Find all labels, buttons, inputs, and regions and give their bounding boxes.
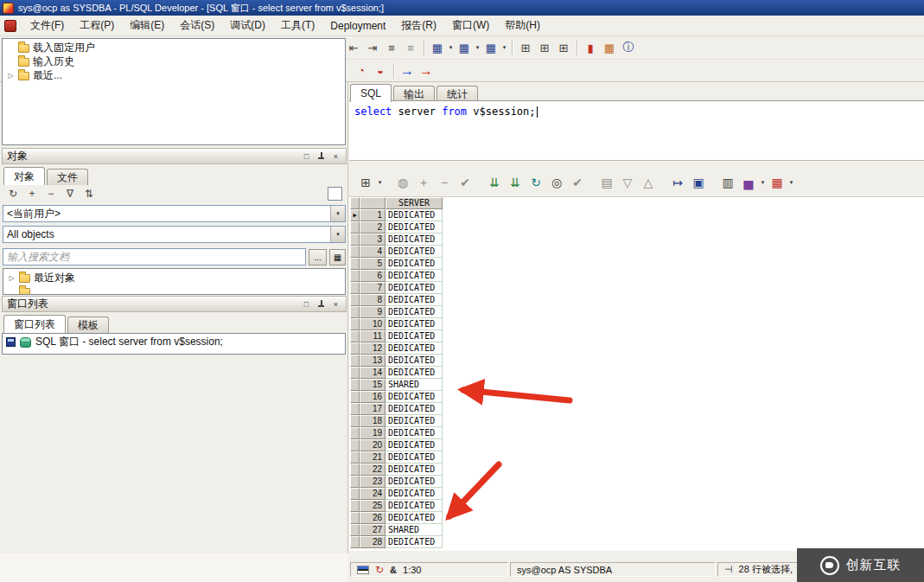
object-search-input[interactable] — [3, 248, 306, 265]
row-number[interactable]: 16 — [360, 391, 386, 403]
single-record-view-icon[interactable]: ↦ — [667, 172, 688, 192]
row-number[interactable]: 14 — [360, 367, 386, 379]
menu-item[interactable]: 编辑(E) — [122, 16, 172, 35]
menu-item[interactable]: 工程(P) — [72, 16, 122, 35]
expander-icon[interactable]: ▷ — [7, 72, 15, 80]
break-execution-icon[interactable]: → — [417, 61, 436, 80]
sort-ascending-icon[interactable]: △ — [638, 172, 659, 192]
row-number[interactable]: 18 — [360, 415, 386, 427]
menu-item[interactable]: 帮助(H) — [497, 16, 548, 35]
panel-pin-button[interactable] — [315, 150, 327, 162]
tree-item[interactable] — [3, 285, 345, 295]
results-chart-caret[interactable]: ▾ — [759, 173, 767, 191]
combo-dropdown-button[interactable]: ▾ — [330, 227, 345, 242]
server-cell[interactable]: DEDICATED — [386, 270, 443, 282]
row-number[interactable]: 19 — [360, 427, 386, 439]
sql-window-mdi-icon[interactable] — [4, 20, 16, 32]
server-cell[interactable]: DEDICATED — [386, 342, 443, 355]
results-chart-icon[interactable]: ▅ — [738, 172, 759, 192]
menu-item[interactable]: 窗口(W) — [444, 16, 497, 35]
server-cell[interactable]: DEDICATED — [386, 439, 443, 451]
objects-sort-icon[interactable]: ⇅ — [81, 187, 97, 201]
table-edit-icon[interactable]: ⊞ — [535, 39, 554, 57]
server-cell[interactable]: DEDICATED — [386, 282, 443, 294]
row-number[interactable]: 27 — [360, 524, 386, 536]
results-save-icon[interactable]: ▣ — [688, 172, 709, 192]
server-cell[interactable]: DEDICATED — [386, 488, 443, 500]
server-cell[interactable]: DEDICATED — [386, 258, 443, 270]
row-number[interactable]: 9 — [360, 306, 386, 318]
results-find-icon[interactable]: ◎ — [546, 172, 567, 192]
row-number[interactable]: 20 — [360, 439, 386, 451]
objects-refresh-icon[interactable]: ↻ — [5, 187, 21, 201]
new-window-icon[interactable]: ▦ — [428, 39, 447, 57]
grid-column-header[interactable]: SERVER — [386, 197, 443, 209]
panel-close-button[interactable]: × — [330, 150, 341, 162]
row-number[interactable]: 11 — [360, 330, 386, 342]
objects-filter-icon[interactable]: ∇ — [62, 187, 78, 201]
row-number[interactable]: 10 — [360, 318, 386, 330]
row-number[interactable]: 1 — [360, 209, 386, 221]
results-refresh-icon[interactable]: ↻ — [526, 172, 546, 192]
menu-item[interactable]: 文件(F) — [22, 16, 72, 35]
panel-maximize-button[interactable]: □ — [301, 150, 312, 162]
new-window-caret[interactable]: ▾ — [447, 39, 455, 57]
window-list-tab[interactable]: 窗口列表 — [3, 315, 66, 333]
menu-item[interactable]: 会话(S) — [172, 16, 222, 35]
row-number[interactable]: 4 — [360, 246, 386, 258]
server-cell[interactable]: DEDICATED — [386, 294, 443, 306]
window-arrange-icon[interactable]: ▦ — [481, 39, 500, 57]
search-more-button[interactable]: ... — [309, 249, 327, 265]
objects-option-box[interactable] — [328, 187, 342, 201]
window-layout-icon[interactable]: ▦ — [455, 39, 474, 57]
row-number[interactable]: 15 — [360, 379, 386, 391]
server-cell[interactable]: DEDICATED — [386, 233, 443, 246]
row-number[interactable]: 6 — [360, 270, 386, 282]
objects-add-icon[interactable]: + — [24, 187, 40, 201]
breakpoint-list-icon[interactable]: ◔ — [352, 61, 371, 80]
row-number[interactable]: 23 — [360, 476, 386, 488]
row-number[interactable]: 25 — [360, 500, 386, 512]
row-number[interactable]: 13 — [360, 355, 386, 367]
results-commit-icon[interactable]: ✔ — [567, 172, 588, 192]
server-cell[interactable]: SHARED — [386, 524, 443, 536]
row-number[interactable]: 3 — [360, 233, 386, 246]
results-export-icon[interactable]: ▥ — [717, 172, 738, 192]
row-number[interactable]: 7 — [360, 282, 386, 294]
object-filter-combo[interactable]: All objects ▾ — [3, 226, 346, 243]
breakpoint-clear-icon[interactable]: ◒ — [371, 61, 390, 80]
server-cell[interactable]: DEDICATED — [386, 318, 443, 330]
search-options-button[interactable]: ▦ — [329, 249, 346, 265]
menu-item[interactable]: Deployment — [322, 17, 393, 35]
window-list-item[interactable]: SQL 窗口 - select server from v$session; — [3, 334, 345, 350]
tree-item[interactable]: 输入历史 — [3, 54, 345, 68]
sql-editor[interactable]: select server from v$session; — [349, 100, 924, 161]
server-cell[interactable]: DEDICATED — [386, 306, 443, 318]
server-cell[interactable]: DEDICATED — [386, 536, 443, 548]
results-report-caret[interactable]: ▾ — [787, 173, 795, 191]
info-icon[interactable]: ⓘ — [619, 39, 638, 57]
menu-item[interactable]: 报告(R) — [393, 16, 444, 35]
menu-item[interactable]: 工具(T) — [273, 16, 322, 35]
results-delete-row-icon[interactable]: − — [434, 172, 455, 192]
panel-close-button[interactable]: × — [330, 298, 341, 310]
server-cell[interactable]: DEDICATED — [386, 427, 443, 439]
server-cell[interactable]: DEDICATED — [386, 464, 443, 476]
execute-icon[interactable]: → — [398, 61, 417, 80]
task-list-icon[interactable]: ▦ — [600, 39, 619, 57]
results-grid-caret[interactable]: ▾ — [376, 173, 384, 191]
tree-item[interactable]: 载入固定用户 — [3, 41, 345, 54]
list-numbered-icon[interactable]: ≡ — [401, 39, 420, 57]
row-number[interactable]: 5 — [360, 258, 386, 270]
table-tool-icon[interactable]: ⊞ — [516, 39, 535, 57]
sort-descending-icon[interactable]: ▽ — [617, 172, 638, 192]
stop-icon[interactable]: ▮ — [581, 39, 600, 57]
row-number[interactable]: 24 — [360, 488, 386, 500]
server-cell[interactable]: DEDICATED — [386, 209, 443, 221]
indent-icon[interactable]: ⇥ — [363, 39, 382, 57]
fetch-next-page-icon[interactable]: ⇊ — [484, 172, 505, 192]
editor-tab[interactable]: SQL — [350, 84, 392, 102]
server-cell[interactable]: DEDICATED — [386, 367, 443, 379]
server-cell[interactable]: DEDICATED — [386, 221, 443, 233]
row-number[interactable]: 28 — [360, 536, 386, 548]
